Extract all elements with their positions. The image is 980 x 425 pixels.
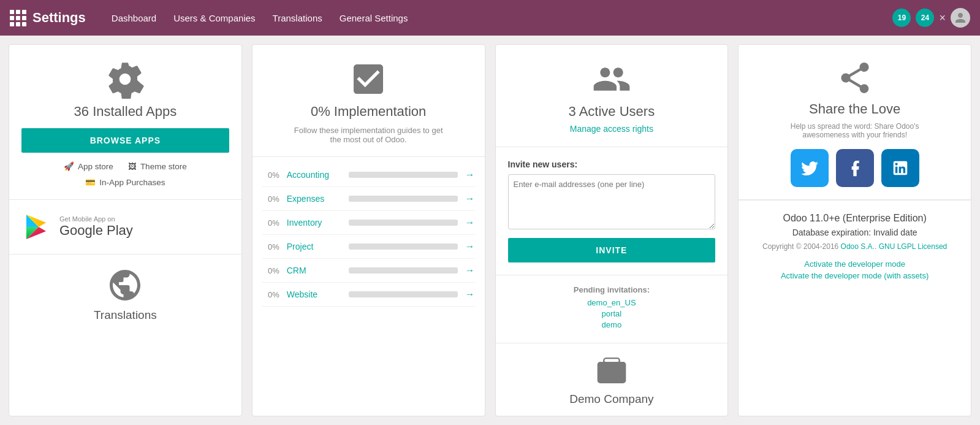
impl-item: 0% Project → <box>262 235 475 259</box>
social-buttons <box>751 149 959 187</box>
play-logo <box>21 212 51 242</box>
app-links: 🚀 App store 🖼 Theme store <box>21 161 229 171</box>
impl-name[interactable]: Inventory <box>287 218 341 228</box>
implementation-pct: 0% Implementation <box>267 104 470 120</box>
arrow-right-icon: → <box>465 217 475 228</box>
apps-section: 36 Installed Apps BROWSE APPS 🚀 App stor… <box>9 45 241 200</box>
browse-apps-button[interactable]: BROWSE APPS <box>21 128 229 153</box>
copyright: Copyright © 2004-2016 Odoo S.A.. GNU LGP… <box>751 242 959 251</box>
impl-item: 0% Website → <box>262 283 475 307</box>
app-title: Settings <box>32 10 86 26</box>
db-expiry: Database expiration: Invalid date <box>751 228 959 237</box>
pending-item-0[interactable]: demo_en_US <box>508 298 716 307</box>
impl-name[interactable]: CRM <box>287 266 341 275</box>
odoo-sa-link[interactable]: Odoo S.A. <box>841 242 875 251</box>
nav-users-companies[interactable]: Users & Companies <box>166 9 262 27</box>
invite-button[interactable]: INVITE <box>508 238 716 262</box>
copyright-text: Copyright © 2004-2016 <box>762 242 838 251</box>
impl-name[interactable]: Project <box>287 242 341 251</box>
theme-store-label: Theme store <box>140 162 187 171</box>
impl-bar <box>349 220 458 226</box>
notification-badge-1[interactable]: 19 <box>892 9 911 27</box>
impl-item: 0% CRM → <box>262 259 475 283</box>
invite-section: Invite new users: INVITE <box>496 147 728 275</box>
in-app-label: In-App Purchases <box>99 178 165 187</box>
impl-pct: 0% <box>262 194 279 204</box>
twitter-button[interactable] <box>791 149 829 187</box>
facebook-button[interactable] <box>836 149 874 187</box>
google-play-name: Google Play <box>59 223 133 239</box>
close-button[interactable]: × <box>939 12 946 25</box>
in-app-purchases-link[interactable]: 💳 In-App Purchases <box>85 177 165 187</box>
translations-section: Translations <box>9 255 241 334</box>
impl-bar <box>349 291 458 297</box>
arrow-right-icon: → <box>465 241 475 252</box>
impl-name[interactable]: Expenses <box>287 194 341 204</box>
google-play-text-area: Get Mobile App on Google Play <box>59 215 133 239</box>
nav-dashboard[interactable]: Dashboard <box>104 9 164 27</box>
arrow-right-icon: → <box>465 193 475 204</box>
manage-access-link[interactable]: Manage access rights <box>570 124 653 134</box>
col-implementation: 0% Implementation Follow these implement… <box>252 44 485 416</box>
lgpl-link[interactable]: GNU LGPL Licensed <box>879 242 948 251</box>
impl-bar <box>349 267 458 274</box>
share-header: Share the Love Help us spread the word: … <box>739 45 971 200</box>
demo-company-section: Demo Company <box>496 343 728 416</box>
briefcase-icon <box>508 353 716 388</box>
app-store-link[interactable]: 🚀 App store <box>64 161 113 171</box>
impl-pct: 0% <box>262 170 279 180</box>
impl-item: 0% Expenses → <box>262 187 475 211</box>
topnav-right: 19 24 × <box>892 8 970 28</box>
col-users: 3 Active Users Manage access rights Invi… <box>495 44 729 416</box>
nav-general-settings[interactable]: General Settings <box>332 9 416 27</box>
impl-pct: 0% <box>262 266 279 275</box>
dev-mode-link[interactable]: Activate the developer mode <box>751 259 959 269</box>
impl-name[interactable]: Website <box>287 289 341 299</box>
dev-mode-assets-link[interactable]: Activate the developer mode (with assets… <box>751 271 959 280</box>
impl-item: 0% Accounting → <box>262 163 475 187</box>
pending-section: Pending invitations: demo_en_US portal d… <box>496 275 728 341</box>
arrow-right-icon: → <box>465 265 475 276</box>
demo-company-label: Demo Company <box>508 392 716 406</box>
impl-bar <box>349 196 458 202</box>
globe-icon <box>21 267 229 304</box>
translations-label: Translations <box>21 308 229 322</box>
image-icon: 🖼 <box>128 162 137 171</box>
dollar-icon: 💳 <box>85 177 96 187</box>
impl-pct: 0% <box>262 218 279 228</box>
installed-apps-count: 36 Installed Apps <box>21 104 229 120</box>
pending-item-1[interactable]: portal <box>508 309 716 318</box>
check-icon <box>267 59 470 99</box>
share-desc: Help us spread the word: Share Odoo's aw… <box>788 122 922 139</box>
notification-badge-2[interactable]: 24 <box>916 9 934 27</box>
impl-name[interactable]: Accounting <box>287 170 341 180</box>
impl-bar <box>349 172 458 178</box>
impl-pct: 0% <box>262 290 279 299</box>
gear-icon <box>21 59 229 99</box>
google-play-section[interactable]: Get Mobile App on Google Play <box>9 200 241 255</box>
invite-label: Invite new users: <box>508 159 716 169</box>
implementation-header: 0% Implementation Follow these implement… <box>253 45 485 157</box>
implementation-desc: Follow these implementation guides to ge… <box>289 126 448 144</box>
users-icon <box>508 59 716 99</box>
odoo-info: Odoo 11.0+e (Enterprise Edition) Databas… <box>739 200 971 295</box>
rocket-icon: 🚀 <box>64 161 74 171</box>
nav-translations[interactable]: Translations <box>265 9 330 27</box>
topnav: Settings Dashboard Users & Companies Tra… <box>0 0 980 36</box>
linkedin-button[interactable] <box>881 149 919 187</box>
share-title: Share the Love <box>751 101 959 117</box>
col-share: Share the Love Help us spread the word: … <box>738 44 971 416</box>
invite-textarea[interactable] <box>508 174 716 229</box>
theme-store-link[interactable]: 🖼 Theme store <box>128 161 187 171</box>
arrow-right-icon: → <box>465 169 475 180</box>
app-store-label: App store <box>78 162 113 171</box>
grid-icon <box>10 10 26 26</box>
in-app-row: 💳 In-App Purchases <box>21 177 229 187</box>
pending-item-2[interactable]: demo <box>508 320 716 329</box>
implementation-list: 0% Accounting → 0% Expenses → 0% Invento… <box>253 157 485 313</box>
topnav-menu: Dashboard Users & Companies Translations… <box>104 9 416 27</box>
brand: Settings <box>10 10 86 26</box>
main-content: 36 Installed Apps BROWSE APPS 🚀 App stor… <box>0 36 980 425</box>
impl-item: 0% Inventory → <box>262 211 475 235</box>
avatar[interactable] <box>951 8 970 28</box>
